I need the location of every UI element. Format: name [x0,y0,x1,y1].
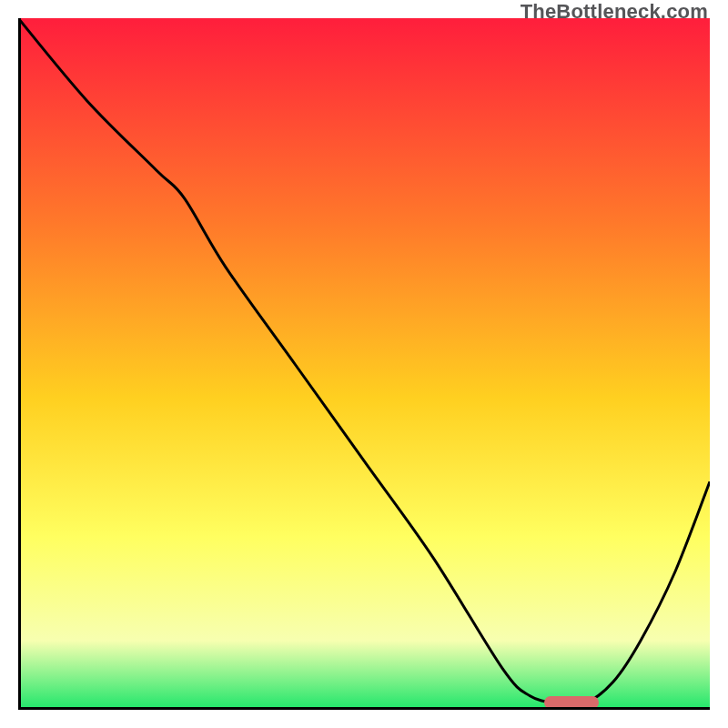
bottleneck-curve [18,18,710,710]
chart-container: TheBottleneck.com [0,0,728,728]
plot-area [18,18,710,710]
optimal-range-marker [544,696,600,709]
